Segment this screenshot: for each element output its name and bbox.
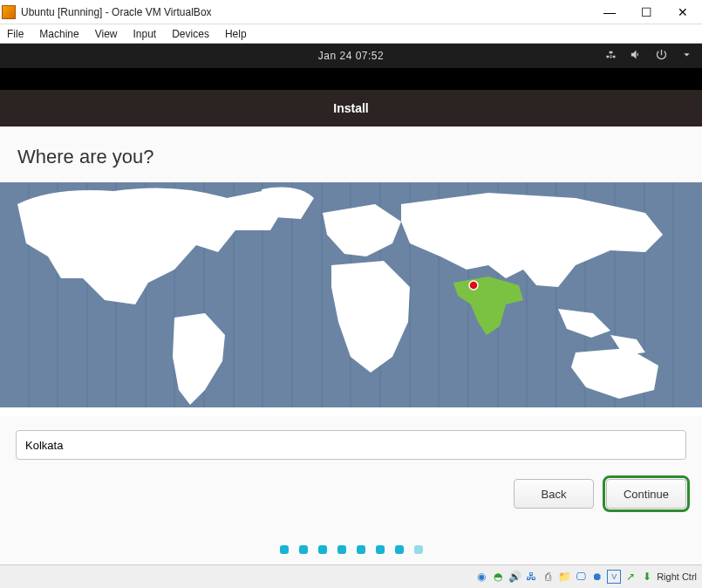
chevron-down-icon[interactable] [680, 48, 693, 64]
host-key-label: Right Ctrl [657, 571, 697, 582]
menu-machine[interactable]: Machine [39, 28, 78, 40]
back-button[interactable]: Back [514, 479, 594, 509]
shared-folder-icon[interactable]: 📁 [557, 570, 571, 584]
network-adapter-icon[interactable]: 🖧 [524, 570, 538, 584]
guest-display: Jan 24 07:52 Install Where are you? [0, 44, 702, 564]
page-heading: Where are you? [0, 126, 702, 182]
map-pin-icon [469, 281, 478, 290]
keyboard-capture-icon[interactable]: ⬇ [640, 570, 654, 584]
menu-help[interactable]: Help [225, 28, 247, 40]
virtualbox-icon [2, 5, 16, 19]
usb-icon[interactable]: ⎙ [541, 570, 555, 584]
close-button[interactable]: ✕ [672, 5, 693, 19]
installer-panel: Where are you? [0, 126, 702, 564]
vm-state-icon[interactable]: V [607, 570, 621, 584]
menu-view[interactable]: View [95, 28, 118, 40]
virtualbox-titlebar: Ubuntu [Running] - Oracle VM VirtualBox … [0, 0, 702, 24]
virtualbox-statusbar: ◉ ◓ 🔊 🖧 ⎙ 📁 🖵 ⏺ V ↗ ⬇ Right Ctrl [0, 564, 702, 588]
virtualbox-menubar: File Machine View Input Devices Help [0, 24, 702, 44]
installer-title: Install [333, 101, 368, 115]
progress-dot [337, 545, 346, 554]
maximize-button[interactable]: ☐ [636, 5, 657, 19]
progress-dot [414, 545, 423, 554]
clock-label[interactable]: Jan 24 07:52 [318, 50, 384, 62]
progress-dots [0, 509, 702, 554]
window-title: Ubuntu [Running] - Oracle VM VirtualBox [21, 6, 599, 18]
progress-dot [280, 545, 289, 554]
progress-dot [376, 545, 385, 554]
hard-disk-icon[interactable]: ◉ [474, 570, 488, 584]
menu-file[interactable]: File [7, 28, 24, 40]
power-icon[interactable] [655, 48, 668, 64]
network-icon[interactable] [604, 48, 617, 64]
svg-rect-23 [0, 407, 702, 416]
progress-dot [357, 545, 365, 554]
audio-icon[interactable]: 🔊 [508, 570, 521, 584]
ubuntu-top-bar: Jan 24 07:52 [0, 44, 702, 68]
progress-dot [318, 545, 327, 554]
volume-icon[interactable] [630, 48, 643, 64]
mouse-integration-icon[interactable]: ↗ [624, 570, 637, 584]
menu-devices[interactable]: Devices [172, 28, 209, 40]
timezone-input[interactable] [16, 430, 686, 460]
progress-dot [299, 545, 308, 554]
menu-input[interactable]: Input [133, 28, 157, 40]
installer-titlebar: Install [0, 90, 702, 126]
timezone-map[interactable] [0, 182, 702, 416]
progress-dot [395, 545, 404, 554]
minimize-button[interactable]: — [599, 5, 620, 19]
recording-icon[interactable]: ⏺ [590, 570, 604, 584]
display-icon[interactable]: 🖵 [574, 570, 588, 584]
optical-drive-icon[interactable]: ◓ [491, 570, 505, 584]
continue-button[interactable]: Continue [606, 479, 686, 509]
